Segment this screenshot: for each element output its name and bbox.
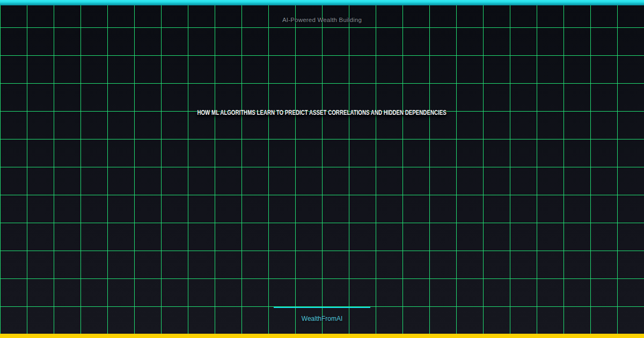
- brand-name: WealthFromAI: [0, 315, 644, 322]
- kicker-tagline: AI-Powered Wealth Building: [0, 17, 644, 23]
- social-card: AI-Powered Wealth Building HOW ML ALGORI…: [0, 0, 644, 338]
- bottom-accent-bar: [0, 334, 644, 338]
- page-title: HOW ML ALGORITHMS LEARN TO PREDICT ASSET…: [197, 109, 447, 116]
- top-accent-bar: [0, 0, 644, 5]
- brand-divider-line: [274, 307, 370, 308]
- title-container: HOW ML ALGORITHMS LEARN TO PREDICT ASSET…: [0, 107, 644, 117]
- grid-background: [0, 0, 644, 338]
